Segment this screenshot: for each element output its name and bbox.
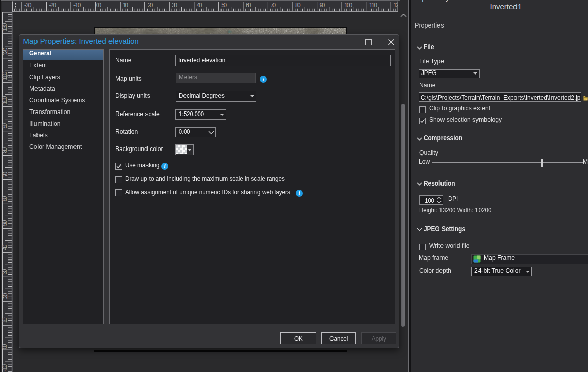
svg-text:90: 90: [2, 123, 9, 128]
svg-text:20: 20: [2, 293, 9, 299]
svg-text:10: 10: [123, 2, 128, 9]
svg-text:-30: -30: [24, 2, 32, 9]
svg-text:30: 30: [2, 269, 9, 274]
svg-text:20: 20: [148, 2, 153, 9]
svg-text:0: 0: [2, 346, 9, 349]
svg-text:-10: -10: [2, 364, 9, 371]
svg-text:90: 90: [320, 2, 325, 9]
svg-text:70: 70: [270, 2, 276, 9]
svg-text:80: 80: [295, 2, 301, 9]
svg-text:30: 30: [172, 2, 177, 9]
svg-text:40: 40: [2, 244, 9, 250]
svg-text:50: 50: [221, 2, 227, 9]
svg-text:80: 80: [2, 147, 9, 153]
svg-text:60: 60: [246, 2, 251, 9]
svg-text:10: 10: [2, 317, 9, 323]
svg-text:50: 50: [2, 220, 9, 226]
svg-text:110: 110: [369, 2, 378, 9]
svg-text:100: 100: [2, 96, 9, 104]
svg-text:70: 70: [2, 171, 9, 177]
svg-text:120: 120: [2, 47, 9, 56]
svg-text:120: 120: [393, 2, 398, 9]
svg-text:40: 40: [197, 2, 202, 9]
svg-text:0: 0: [96, 2, 100, 9]
svg-text:130: 130: [2, 23, 9, 31]
svg-text:60: 60: [2, 196, 9, 201]
svg-text:100: 100: [344, 2, 353, 9]
svg-text:-20: -20: [49, 2, 57, 9]
svg-text:-10: -10: [74, 2, 81, 9]
